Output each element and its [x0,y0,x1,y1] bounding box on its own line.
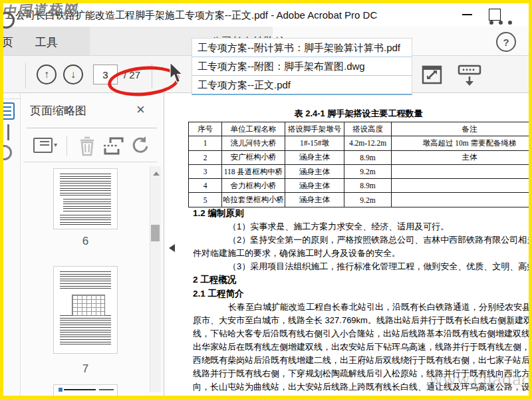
document-line: 件对临建施工的要求，确保施工时人身及设备的安全。 [193,247,529,260]
table-header-cell: 搭设脚手架墩号 [285,122,344,136]
table-cell: 墩高超过 10m 需要配备绳梯 [392,136,529,150]
maximize-icon[interactable] [489,9,501,21]
table-cell: 涵身主体 [285,164,344,178]
close-panel-icon[interactable]: × [136,102,145,117]
table-caption: 表 2.4-1 脚手架搭设主要工程数量 [188,108,529,120]
thumbnail-options-icon[interactable] [33,138,53,153]
navigation-strip [3,93,21,396]
table-cell: 2 [189,150,222,164]
rotate-pages-icon[interactable] [131,136,150,156]
document-line: 家窑站，线路沿既有线右侧环线，引入白城站 [193,394,529,396]
next-page-button[interactable]: ↓ [63,65,83,84]
thumbnail-page-6[interactable] [53,168,118,229]
bookmarks-nav-icon[interactable] [7,124,9,140]
table-cell: 3 [189,164,222,178]
document-line: （1）实事求是、施工方案力求安全、经济、适用及可行。 [193,220,529,233]
recent-file-item[interactable]: 工专项方案--附图：脚手架布置图.dwg [192,57,412,76]
document-line: 2 工程概况 [193,273,529,287]
document-text: 1.2 编制原则（1）实事求是、施工方案力求安全、经济、适用及可行。（2）坚持安… [193,207,529,396]
document-line: 长春至白城扩能改造工程自长春北站引出，沿既有长白铁路通道，分别经农安县、松 [193,301,529,314]
split-pages-icon[interactable] [102,136,125,156]
panel-divider[interactable] [164,93,164,396]
scroll-up-icon[interactable] [153,172,160,176]
table-row: 5哈拉套堡框构小桥涵身主体9.2m [189,193,529,207]
table-cell: 8.9m [344,179,392,193]
table-cell: 洮儿河特大桥 [222,136,285,150]
panel-scrollbar[interactable] [150,166,161,392]
table-header-row: 序号单位工程名称搭设脚手架墩号搭设高度备注 [189,122,529,136]
tab-tools[interactable]: 工具 [35,35,58,50]
chevron-down-icon: ▾ [54,141,57,148]
table-cell: 1#-15#墩 [285,136,344,150]
table-row: 3118 县道框构中桥涵身主体9.2m [189,164,529,178]
table-row: 4舍力框构小桥涵身主体8.9m [189,179,529,193]
table-cell [392,179,529,193]
tab-home[interactable]: 页 [3,35,13,50]
document-line: 线，下钻哈大客专后沿既有线右侧引入小合隆站，出站后线路基本沿既有线右侧增建双线， [193,327,529,340]
table-cell: 9.2m [344,164,392,178]
thumbnail-label: 6 [53,235,118,248]
document-line: 原市、大安市至白城市，线路全长 327.769km。线路出站后并行于既有长白线右… [193,314,529,327]
table-header-cell: 单位工程名称 [222,122,285,136]
recent-file-item[interactable]: 工专项方案--正文.pdf [192,76,412,94]
recent-files-dropdown: 工专项方案--附计算书：脚手架验算计算书.pdf工专项方案--附图：脚手架布置图… [192,38,412,95]
table-header-cell: 搭设高度 [344,122,392,136]
divider [66,136,67,156]
table-cell: 舍力框构小桥 [222,179,285,193]
table-cell: 1 [189,136,222,150]
hide-toolbar-icon[interactable] [457,65,482,87]
title-bar: 二公司长白铁路扩能改造工程脚手架施工专项方案--正文.pdf - Adobe A… [3,3,529,27]
recent-file-item[interactable]: 工专项方案--附计算书：脚手架验算计算书.pdf [192,39,412,57]
document-line: 西绕既有柴岗站后沿既有线增建二线，出王府站后双线绕行于既有线右侧，出七家子站后， [193,354,529,367]
more-options-icon[interactable] [489,21,512,25]
table-cell [392,193,529,207]
table-body: 1洮儿河特大桥1#-15#墩4.2m-12.2m墩高超过 10m 需要配备绳梯2… [189,136,529,207]
divider [27,128,157,128]
table-cell: 8.9m [344,150,392,164]
table-cell: 4 [189,179,222,193]
fullscreen-icon[interactable] [421,65,444,86]
table-cell: 安广框构小桥 [222,150,285,164]
help-icon[interactable]: ? [496,32,516,52]
table-cell: 4.2m-12.2m [344,136,392,150]
document-line: 2.1 工程简介 [193,287,529,301]
mouse-cursor [168,62,184,84]
thumbnail-page-7[interactable] [53,266,118,354]
table-cell: 118 县道框构中桥 [222,164,285,178]
divider [23,162,157,162]
thumbnail-label: 7 [53,362,118,376]
table-cell: 涵身主体 [285,150,344,164]
divider [25,63,26,88]
minimize-icon[interactable] [462,14,472,15]
table-cell: 9.2m [344,193,392,207]
table-header-cell: 备注 [392,122,529,136]
table-cell: 5 [189,193,222,207]
document-line: （3）采用项目法组织施工，推行标准化管理工程，做到安全、优质、文明、高效。 [193,260,529,273]
page-thumbnails-nav-icon[interactable] [3,102,15,120]
previous-page-button[interactable]: ↑ [37,65,57,84]
acrobat-window: 二公司长白铁路扩能改造工程脚手架施工专项方案--正文.pdf - Adobe A… [0,0,532,399]
thumbnail-page-8[interactable] [53,384,118,396]
table-cell: 主体 [392,150,529,164]
table-cell: 涵身主体 [285,179,344,193]
table-row: 2安广框构小桥涵身主体8.9m主体 [189,150,529,164]
tab-strip-left: 页 工具 [3,27,90,56]
divider [3,98,21,99]
watermark-bottom-right: www.chadao.com [429,370,529,389]
thumbnails-panel-title: 页面缩略图 [30,103,86,118]
collapse-panel-icon[interactable] [169,244,175,252]
document-line: 出华家站后在既有线左侧增建双线，出农安站后下钻珲乌高速，线路并行于既有线左侧， [193,340,529,354]
table-row: 1洮儿河特大桥1#-15#墩4.2m-12.2m墩高超过 10m 需要配备绳梯 [189,136,529,150]
delete-pages-icon[interactable] [78,136,96,157]
document-line: 1.2 编制原则 [193,207,529,220]
document-line: （2）坚持安全第一的原则，严格按照铁路总公司、吉林中西部铁路有限公司相关文 [193,233,529,247]
table-cell: 涵身主体 [285,193,344,207]
scaffold-quantity-table: 序号单位工程名称搭设脚手架墩号搭设高度备注 1洮儿河特大桥1#-15#墩4.2m… [188,122,529,207]
table-cell [392,164,529,178]
table-cell: 哈拉套堡框构小桥 [222,193,285,207]
scrollbar-thumb[interactable] [151,225,160,241]
table-header-cell: 序号 [189,122,222,136]
